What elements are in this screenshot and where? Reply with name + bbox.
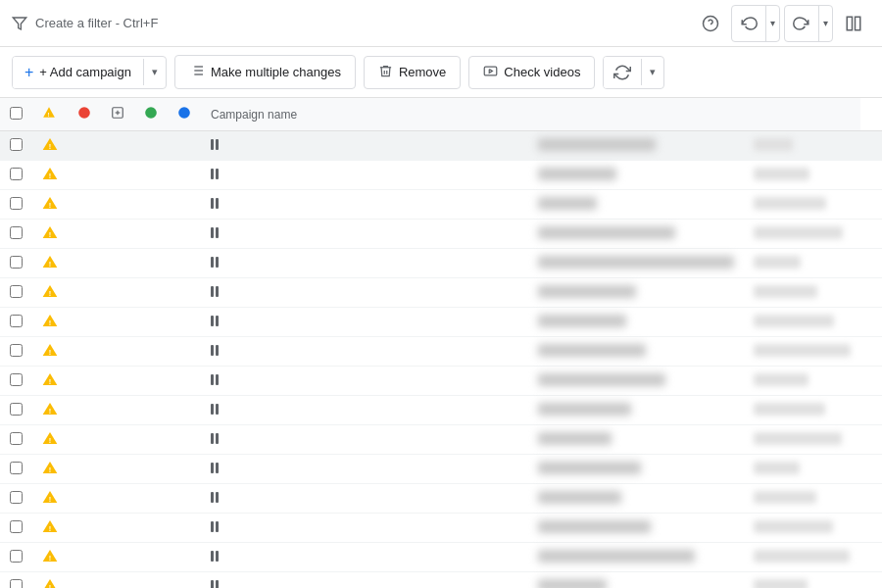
table-row: ! [0, 337, 882, 367]
row-checkbox[interactable] [10, 550, 23, 563]
pause-icon [211, 521, 219, 532]
campaign-name-cell[interactable] [528, 337, 744, 367]
extra-col-1 [744, 278, 860, 308]
warning-cell: ! [32, 161, 68, 190]
campaign-name-cell[interactable] [528, 543, 744, 572]
campaign-name-cell[interactable] [528, 514, 744, 543]
warning-cell: ! [32, 337, 68, 367]
sync-button[interactable] [604, 57, 641, 88]
active-cell [134, 131, 168, 161]
policy-header-icon [111, 109, 124, 122]
row-checkbox[interactable] [10, 491, 23, 504]
extra-col-1 [744, 249, 860, 278]
row-checkbox[interactable] [10, 315, 23, 327]
extra-col-1 [744, 220, 860, 249]
info-cell [168, 131, 201, 161]
row-checkbox[interactable] [10, 197, 23, 210]
row-checkbox[interactable] [10, 520, 23, 533]
svg-point-14 [78, 107, 90, 119]
error-cell [68, 337, 101, 367]
active-cell [134, 249, 168, 278]
th-checkbox [0, 98, 32, 131]
filter-icon [12, 16, 27, 31]
warning-cell: ! [32, 514, 68, 543]
policy-cell [101, 337, 134, 367]
warning-triangle-icon: ! [42, 284, 58, 301]
make-changes-icon [189, 63, 205, 81]
select-all-checkbox[interactable] [10, 107, 23, 120]
add-campaign-button[interactable]: + + Add campaign [13, 57, 143, 88]
row-checkbox[interactable] [10, 138, 23, 151]
row-checkbox[interactable] [10, 403, 23, 416]
active-cell [134, 455, 168, 484]
table-row: ! [0, 278, 882, 308]
check-videos-button[interactable]: Check videos [468, 56, 595, 89]
extra-col-1 [744, 396, 860, 425]
row-checkbox[interactable] [10, 168, 23, 180]
policy-cell [101, 367, 134, 396]
info-cell [168, 484, 201, 514]
redo-button[interactable] [785, 6, 818, 41]
campaign-name-text [538, 138, 656, 151]
row-checkbox[interactable] [10, 344, 23, 357]
campaign-name-cell[interactable] [528, 190, 744, 220]
redo-dropdown-button[interactable]: ▾ [818, 6, 832, 41]
make-changes-button[interactable]: Make multiple changes [174, 55, 356, 89]
campaign-name-cell[interactable] [528, 484, 744, 514]
warning-triangle-icon: ! [42, 167, 58, 183]
check-videos-label: Check videos [504, 65, 580, 79]
campaign-name-cell[interactable] [528, 367, 744, 396]
extra-col-1 [744, 161, 860, 190]
add-campaign-dropdown-button[interactable]: ▾ [143, 59, 166, 85]
campaign-name-cell[interactable] [528, 220, 744, 249]
campaign-name-cell[interactable] [528, 249, 744, 278]
remove-button[interactable]: Remove [364, 56, 461, 89]
campaign-name-cell[interactable] [528, 396, 744, 425]
svg-text:!: ! [49, 407, 51, 416]
error-cell [68, 308, 101, 337]
table-header-row: ! [0, 98, 882, 131]
filter-input-label[interactable]: Create a filter - Ctrl+F [35, 16, 686, 30]
row-checkbox[interactable] [10, 432, 23, 445]
policy-cell [101, 514, 134, 543]
svg-point-18 [145, 107, 157, 119]
sync-dropdown-button[interactable]: ▾ [641, 59, 663, 85]
policy-cell [101, 278, 134, 308]
row-checkbox[interactable] [10, 256, 23, 269]
row-checkbox[interactable] [10, 226, 23, 239]
svg-rect-11 [485, 67, 498, 75]
policy-cell [101, 131, 134, 161]
row-checkbox[interactable] [10, 579, 23, 589]
table-scroll-area[interactable]: ! [0, 98, 882, 588]
help-button[interactable] [694, 6, 727, 41]
policy-cell [101, 425, 134, 455]
campaign-name-cell[interactable] [528, 455, 744, 484]
row-checkbox[interactable] [10, 285, 23, 298]
campaign-name-cell[interactable] [528, 572, 744, 589]
policy-cell [101, 190, 134, 220]
svg-marker-0 [13, 18, 25, 29]
campaign-name-cell[interactable] [528, 131, 744, 161]
pause-cell [201, 367, 528, 396]
error-cell [68, 367, 101, 396]
undo-button[interactable] [732, 6, 765, 41]
table-row: ! [0, 161, 882, 190]
add-campaign-label: + Add campaign [39, 65, 131, 79]
undo-dropdown-button[interactable]: ▾ [765, 6, 779, 41]
table-row: ! [0, 514, 882, 543]
columns-button[interactable] [837, 6, 870, 41]
campaign-name-cell[interactable] [528, 308, 744, 337]
row-checkbox[interactable] [10, 373, 23, 386]
active-cell [134, 308, 168, 337]
campaign-name-cell[interactable] [528, 161, 744, 190]
warning-cell: ! [32, 308, 68, 337]
campaign-name-cell[interactable] [528, 425, 744, 455]
pause-icon [211, 257, 219, 268]
pause-icon [211, 404, 219, 415]
extra-col-2 [860, 514, 882, 543]
campaign-name-cell[interactable] [528, 278, 744, 308]
row-checkbox[interactable] [10, 462, 23, 474]
warning-cell: ! [32, 131, 68, 161]
policy-cell [101, 161, 134, 190]
table-row: ! [0, 396, 882, 425]
